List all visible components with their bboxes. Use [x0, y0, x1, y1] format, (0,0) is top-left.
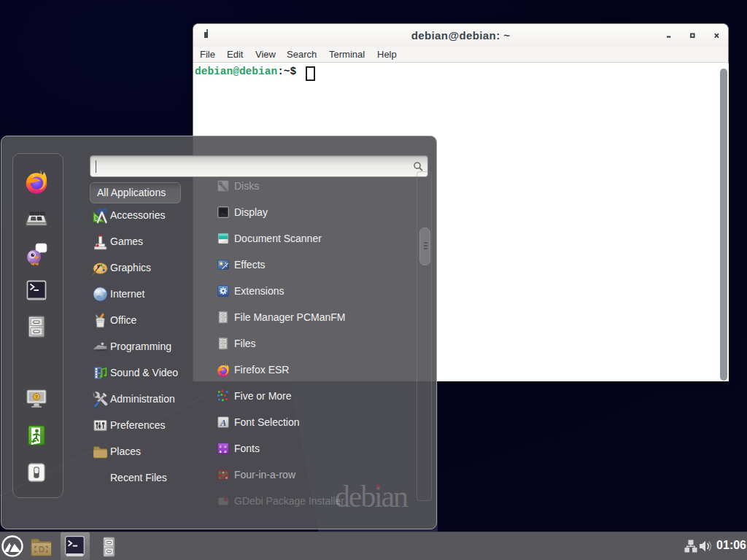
svg-text:a: a: [224, 443, 226, 448]
svg-text:a: a: [220, 448, 222, 454]
svg-text:a: a: [220, 443, 222, 448]
svg-text:a: a: [224, 448, 226, 454]
svg-text:?: ?: [35, 394, 38, 400]
svg-text:A: A: [220, 418, 226, 428]
